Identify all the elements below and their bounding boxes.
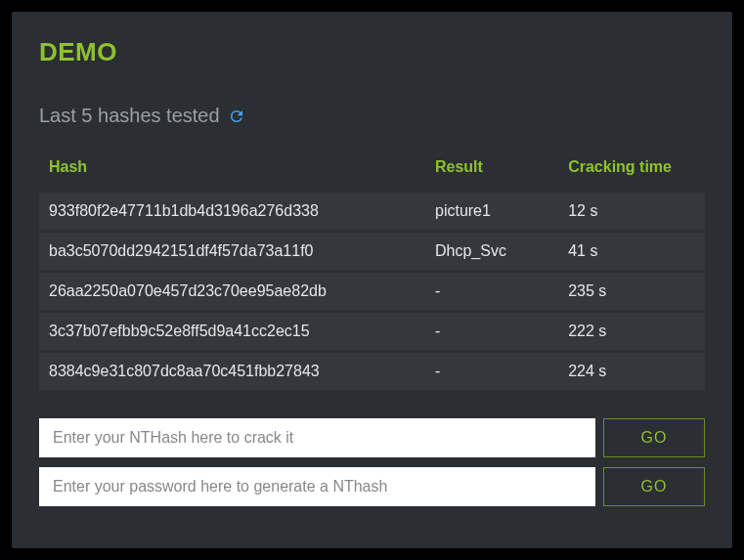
col-header-result: Result	[425, 149, 558, 192]
cell-time: 222 s	[558, 312, 705, 352]
col-header-time: Cracking time	[558, 149, 705, 192]
cell-time: 41 s	[558, 232, 705, 272]
password-input[interactable]	[39, 467, 595, 506]
table-row: 26aa2250a070e457d23c70ee95ae82db - 235 s	[39, 272, 705, 312]
cell-result: -	[425, 272, 558, 312]
cell-hash: 933f80f2e47711b1db4d3196a276d338	[39, 192, 425, 232]
cell-time: 12 s	[558, 192, 705, 232]
crack-form-row: GO	[39, 418, 705, 457]
generate-form-row: GO	[39, 467, 705, 506]
cell-result: Dhcp_Svc	[425, 232, 558, 272]
table-row: 3c37b07efbb9c52e8ff5d9a41cc2ec15 - 222 s	[39, 312, 705, 352]
nthash-input[interactable]	[39, 418, 595, 457]
cell-hash: 26aa2250a070e457d23c70ee95ae82db	[39, 272, 425, 312]
cell-hash: 3c37b07efbb9c52e8ff5d9a41cc2ec15	[39, 312, 425, 352]
cell-result: picture1	[425, 192, 558, 232]
table-row: 933f80f2e47711b1db4d3196a276d338 picture…	[39, 192, 705, 232]
subtitle: Last 5 hashes tested	[39, 105, 220, 127]
generate-go-button[interactable]: GO	[603, 467, 705, 506]
cell-result: -	[425, 312, 558, 352]
hashes-table: Hash Result Cracking time 933f80f2e47711…	[39, 149, 705, 391]
page-title: DEMO	[39, 37, 705, 67]
table-row: ba3c5070dd2942151df4f57da73a11f0 Dhcp_Sv…	[39, 232, 705, 272]
col-header-hash: Hash	[39, 149, 425, 192]
subtitle-row: Last 5 hashes tested	[39, 105, 705, 127]
cell-result: -	[425, 352, 558, 391]
cell-time: 224 s	[558, 352, 705, 391]
table-header-row: Hash Result Cracking time	[39, 149, 705, 192]
cell-hash: ba3c5070dd2942151df4f57da73a11f0	[39, 232, 425, 272]
cell-time: 235 s	[558, 272, 705, 312]
table-row: 8384c9e31c807dc8aa70c451fbb27843 - 224 s	[39, 352, 705, 391]
refresh-icon[interactable]	[228, 108, 245, 125]
crack-go-button[interactable]: GO	[603, 418, 705, 457]
demo-panel: DEMO Last 5 hashes tested Hash Result Cr…	[12, 12, 732, 548]
cell-hash: 8384c9e31c807dc8aa70c451fbb27843	[39, 352, 425, 391]
